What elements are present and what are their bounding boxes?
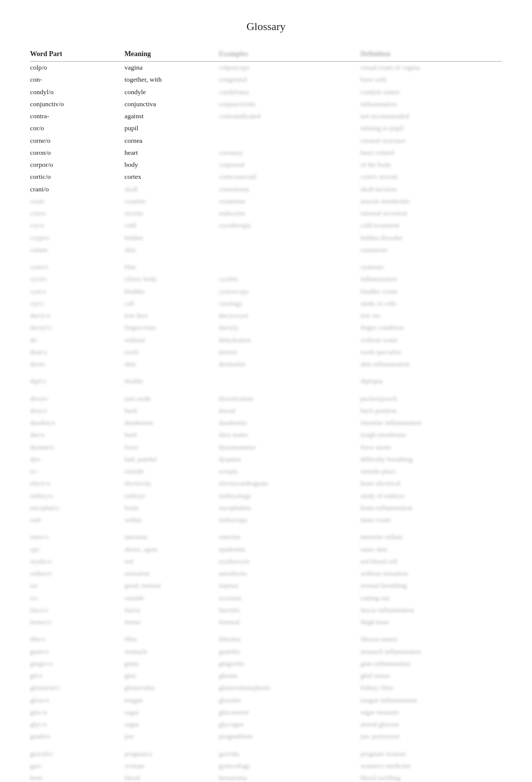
meaning-cell: fascia: [124, 604, 218, 616]
col3-cell: prognathism: [219, 730, 361, 742]
col4-cell: not recommended: [360, 110, 502, 122]
table-row: fibr/o fiber fibroma fibrous tumor: [30, 633, 502, 645]
table-row: cor/o pupil relating to pupil: [30, 122, 502, 134]
wordpart-cell: cyt/o: [30, 298, 124, 310]
wordpart-cell: gravid/o: [30, 748, 124, 760]
wordpart-cell: embry/o: [30, 490, 124, 502]
wordpart-cell: dent/o: [30, 346, 124, 358]
col3-cell: glioma: [219, 670, 361, 682]
col3-cell: fasciitis: [219, 604, 361, 616]
meaning-cell: sensation: [124, 568, 218, 580]
table-row: end- within endoscopy inner exam: [30, 514, 502, 526]
wordpart-cell: gli/o: [30, 670, 124, 682]
col3-cell: eupnea: [219, 580, 361, 592]
wordpart-cell: corne/o: [30, 135, 124, 147]
table-row: de- without dehydration without water: [30, 334, 502, 346]
col3-cell: glucometer: [219, 706, 361, 718]
meaning-cell: duodenum: [124, 417, 218, 429]
col4-cell: fascia inflammation: [360, 604, 502, 616]
meaning-cell: woman: [124, 760, 218, 772]
table-row: gastr/o stomach gastritis stomach inflam…: [30, 646, 502, 658]
col3-cell: glomerulonephritis: [219, 682, 361, 694]
col3-cell: condyloma: [219, 86, 361, 98]
meaning-cell: tooth: [124, 346, 218, 358]
table-row: creat- creatine creatinine muscle metabo…: [30, 195, 502, 207]
table-row: con- together, with congenital born with: [30, 74, 502, 86]
wordpart-cell: eu-: [30, 580, 124, 592]
meaning-cell: cold: [124, 219, 218, 231]
col4-cell: cyanosis: [360, 261, 502, 273]
col3-cell: femoral: [219, 616, 361, 628]
col3-cell: congenital: [219, 74, 361, 86]
col3-cell: cryotherapy: [219, 219, 361, 231]
col3-cell: dactyly: [219, 322, 361, 334]
col3-cell: conjunctivitis: [219, 98, 361, 110]
col4-cell: muscle metabolite: [360, 195, 502, 207]
table-row: corne/o cornea corneal structure: [30, 135, 502, 147]
col3-cell: [219, 135, 361, 147]
col4-cell: sugar measure: [360, 706, 502, 718]
meaning-cell: above, upon: [124, 544, 218, 556]
table-row: gloss/o tongue glossitis tongue inflamma…: [30, 694, 502, 706]
wordpart-cell: coron/o: [30, 147, 124, 159]
col4-cell: heart related: [360, 147, 502, 159]
wordpart-cell: femor/o: [30, 616, 124, 628]
meaning-cell: vagina: [124, 62, 218, 74]
meaning-cell: tear duct: [124, 310, 218, 322]
wordpart-cell: dipl/o: [30, 375, 124, 387]
col3-cell: creatinine: [219, 195, 361, 207]
table-row: contra- against contraindicated not reco…: [30, 110, 502, 122]
col4-cell: cutting out: [360, 592, 502, 604]
meaning-cell: turn aside: [124, 393, 218, 405]
wordpart-cell: contra-: [30, 110, 124, 122]
meaning-cell: pregnancy: [124, 748, 218, 760]
table-row: gyn- woman gynecology women's medicine: [30, 760, 502, 772]
col3-cell: dehydration: [219, 334, 361, 346]
table-row: ex- outside excision cutting out: [30, 592, 502, 604]
col4-cell: fibrous tumor: [360, 633, 502, 645]
wordpart-cell: ex-: [30, 592, 124, 604]
col4-cell: intestine inflammation: [360, 417, 502, 429]
col3-cell: diverticulum: [219, 393, 361, 405]
header-col4: Definition: [360, 48, 502, 62]
page-title: Glossary: [30, 20, 502, 33]
table-row: femor/o femur femoral thigh bone: [30, 616, 502, 628]
table-row: conjunctiv/o conjunctiva conjunctivitis …: [30, 98, 502, 110]
meaning-cell: fingers/toes: [124, 322, 218, 334]
col4-cell: of the body: [360, 159, 502, 171]
col4-cell: inflammation: [360, 98, 502, 110]
col4-cell: thigh bone: [360, 616, 502, 628]
meaning-cell: blood: [124, 772, 218, 782]
col3-cell: excision: [219, 592, 361, 604]
meaning-cell: within: [124, 514, 218, 526]
meaning-cell: red: [124, 556, 218, 568]
col4-cell: stomach inflammation: [360, 646, 502, 658]
table-row: electr/o electricity electrocardiogram h…: [30, 477, 502, 489]
col3-cell: hematoma: [219, 772, 361, 782]
meaning-cell: against: [124, 110, 218, 122]
meaning-cell: gums: [124, 658, 218, 670]
col3-cell: fibroma: [219, 633, 361, 645]
col4-cell: normal breathing: [360, 580, 502, 592]
meaning-cell: outside: [124, 465, 218, 477]
col4-cell: internal secretion: [360, 207, 502, 219]
col3-cell: embryology: [219, 490, 361, 502]
col3-cell: encephalitis: [219, 502, 361, 514]
meaning-cell: jaw: [124, 730, 218, 742]
wordpart-cell: end-: [30, 514, 124, 526]
col4-cell: pregnant woman: [360, 748, 502, 760]
wordpart-cell: cor/o: [30, 122, 124, 134]
wordpart-cell: corpor/o: [30, 159, 124, 171]
col4-cell: jaw protrusion: [360, 730, 502, 742]
wordpart-cell: encephal/o: [30, 502, 124, 514]
col4-cell: glial tumor: [360, 670, 502, 682]
col3-cell: dentist: [219, 346, 361, 358]
col3-cell: coronary: [219, 147, 361, 159]
col3-cell: gastritis: [219, 646, 361, 658]
meaning-cell: electricity: [124, 477, 218, 489]
wordpart-cell: glyc/o: [30, 718, 124, 730]
meaning-cell: good, normal: [124, 580, 218, 592]
col4-cell: women's medicine: [360, 760, 502, 772]
wordpart-cell: dynam/o: [30, 441, 124, 453]
meaning-cell: secrete: [124, 207, 218, 219]
